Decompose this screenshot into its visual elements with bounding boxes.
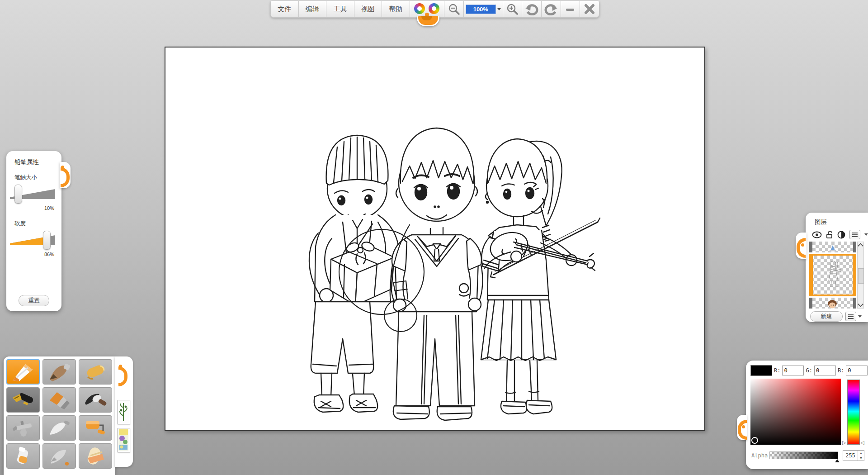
redo-arrow-icon [544, 3, 558, 15]
redo-button[interactable] [542, 1, 561, 17]
blend-half-circle-icon[interactable] [837, 231, 845, 239]
layer-row-bottom[interactable] [809, 298, 856, 309]
close-button[interactable] [580, 1, 599, 17]
alpha-marker-icon[interactable] [835, 459, 840, 462]
red-input[interactable] [782, 366, 804, 375]
hue-marker-left-icon[interactable]: ▷ [842, 440, 846, 445]
layer-list [809, 242, 856, 309]
tool-crayon[interactable] [79, 359, 112, 385]
undo-button[interactable] [522, 1, 542, 17]
layer-row-top[interactable] [809, 242, 856, 252]
saturation-value-field[interactable] [750, 379, 841, 445]
unlock-padlock-icon[interactable] [826, 231, 833, 239]
wood-pencil-icon [46, 361, 72, 382]
layer-scrollbar[interactable] [857, 242, 864, 309]
layer-menu-caret-icon[interactable] [864, 233, 868, 236]
green-input[interactable] [814, 366, 836, 375]
menu-edit[interactable]: 编辑 [299, 1, 327, 17]
color-panel-handle[interactable] [737, 415, 747, 440]
layer-options-icon[interactable] [845, 312, 856, 321]
layer-menu-icon[interactable] [849, 230, 860, 239]
tool-paint-bottle[interactable] [6, 443, 40, 469]
tool-fountain-pen[interactable] [6, 387, 40, 413]
tool-airbrush[interactable] [6, 415, 40, 441]
layer-row-selected[interactable] [809, 254, 856, 296]
layer-thumb-partial-icon [829, 245, 836, 252]
crayon-icon [82, 361, 108, 382]
minimize-button[interactable] [561, 1, 580, 17]
layer-options-caret-icon[interactable] [858, 315, 862, 318]
minimize-dash-icon [565, 4, 576, 14]
zoom-out-button[interactable] [444, 1, 464, 17]
softness-slider[interactable] [10, 232, 55, 249]
boy-center [391, 128, 483, 420]
tool-palette-handle-tab[interactable] [115, 356, 133, 467]
pencil-panel-title: 铅笔属性 [14, 158, 39, 166]
fountain-pen-icon [10, 390, 36, 410]
softness-thumb[interactable] [43, 231, 51, 250]
picture-stamp-tab[interactable] [118, 428, 130, 452]
menu-view[interactable]: 视图 [354, 1, 382, 17]
alpha-label: Alpha [751, 452, 768, 459]
main-toolbar: 文件 编辑 工具 视图 帮助 100% [270, 1, 599, 18]
alpha-slider[interactable] [769, 451, 838, 459]
scroll-up-button[interactable] [858, 242, 863, 248]
green-label: G: [806, 367, 812, 374]
tool-pencil[interactable] [6, 359, 40, 385]
tool-wood-pencil[interactable] [42, 359, 76, 385]
current-color-swatch[interactable] [750, 365, 772, 376]
brush-size-slider[interactable] [10, 185, 55, 203]
plant-stamp-icon [118, 400, 129, 423]
application-window: 文件 编辑 工具 视图 帮助 100% [0, 0, 868, 475]
tool-palette-panel [4, 356, 115, 475]
reset-button[interactable]: 重置 [19, 295, 49, 306]
blue-label: B: [838, 367, 844, 374]
boy-with-gift [309, 135, 400, 412]
logo-eye-left-icon [414, 3, 425, 14]
pencil-panel-handle[interactable] [60, 162, 71, 188]
layers-panel-handle[interactable] [796, 233, 807, 259]
tool-flat-brush[interactable] [42, 387, 76, 413]
hue-marker-right-icon[interactable]: ◁ [860, 440, 864, 445]
zoom-dropdown-caret-icon[interactable] [497, 8, 501, 10]
zoom-level-control[interactable]: 100% [464, 1, 503, 17]
children-line-drawing [165, 48, 704, 430]
plant-stamp-tab[interactable] [118, 400, 130, 424]
alpha-value: 255 [843, 452, 858, 459]
tool-paint-roller[interactable] [79, 415, 112, 441]
alpha-spin-up-icon[interactable]: ▲ [858, 451, 864, 456]
menu-help[interactable]: 帮助 [382, 1, 410, 17]
softness-value: 86% [44, 252, 54, 257]
tool-palette-knife[interactable] [42, 415, 76, 441]
picture-stamp-icon [118, 428, 129, 451]
scroll-down-button[interactable] [858, 302, 863, 308]
brush-size-label: 笔触大小 [14, 174, 37, 181]
softness-label: 软度 [14, 220, 26, 228]
scroll-thumb[interactable] [858, 268, 864, 284]
layer-thumb-colored-boy [826, 299, 838, 309]
hue-bar[interactable] [847, 380, 860, 445]
visibility-eye-icon[interactable] [812, 231, 822, 238]
logo-smile-icon [417, 16, 439, 26]
drawing-canvas[interactable] [165, 47, 705, 431]
alpha-spinner[interactable]: 255 ▲ ▼ [843, 450, 864, 461]
blue-input[interactable] [846, 366, 868, 375]
pencil-properties-panel: 铅笔属性 笔触大小 10% 软度 86% 重置 [6, 151, 61, 311]
zoom-in-button[interactable] [503, 1, 523, 17]
menu-file[interactable]: 文件 [271, 1, 299, 17]
tool-eraser[interactable] [79, 443, 112, 469]
zoom-level-value[interactable]: 100% [466, 5, 495, 14]
red-label: R: [774, 367, 780, 374]
color-picker-panel: R: G: B: ▷ ◁ Alpha 255 ▲ ▼ [746, 361, 868, 469]
tool-ink-brush[interactable] [79, 387, 112, 413]
airbrush-icon [10, 418, 36, 438]
app-logo-clown [410, 1, 444, 17]
alpha-spin-down-icon[interactable]: ▼ [858, 456, 864, 461]
paint-roller-icon [82, 418, 108, 438]
new-layer-button[interactable]: 新建 [810, 311, 843, 322]
eraser-icon [82, 446, 108, 466]
menu-tools[interactable]: 工具 [326, 1, 354, 17]
brush-size-thumb[interactable] [14, 185, 22, 204]
tool-spear-pen[interactable] [42, 443, 76, 469]
magnifier-minus-icon [448, 3, 460, 15]
